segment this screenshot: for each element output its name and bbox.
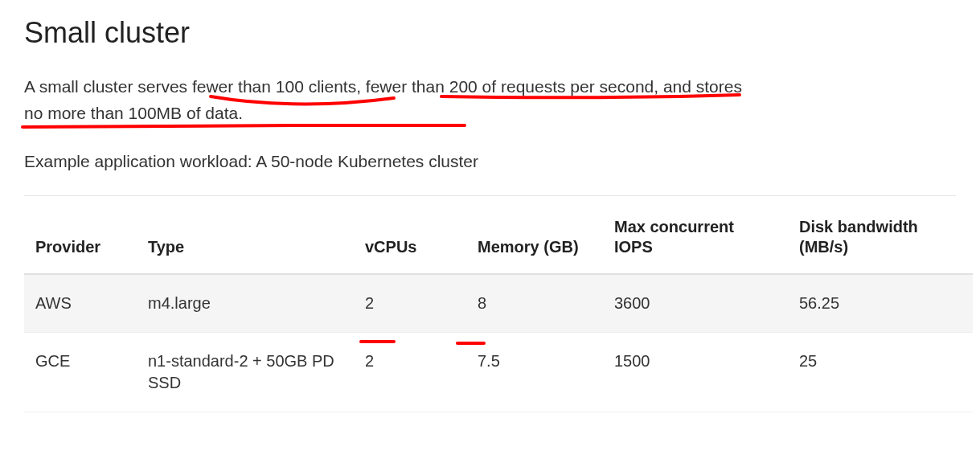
cell-memory: 7.5 bbox=[466, 332, 603, 412]
col-header-bandwidth: Disk bandwidth (MB/s) bbox=[788, 196, 973, 274]
table-header-row: Provider Type vCPUs Memory (GB) Max conc… bbox=[24, 196, 973, 274]
col-header-iops: Max concurrent IOPS bbox=[603, 196, 788, 274]
cell-iops: 3600 bbox=[603, 274, 788, 333]
cell-vcpus: 2 bbox=[354, 274, 466, 333]
col-header-vcpus: vCPUs bbox=[354, 196, 466, 274]
col-header-provider: Provider bbox=[24, 196, 137, 274]
cell-bandwidth: 56.25 bbox=[788, 274, 973, 333]
col-header-memory: Memory (GB) bbox=[466, 196, 603, 274]
example-workload: Example application workload: A 50-node … bbox=[24, 149, 956, 174]
cell-type: m4.large bbox=[137, 274, 354, 333]
table-row: AWS m4.large 2 8 3600 56.25 bbox=[24, 274, 973, 333]
col-header-type: Type bbox=[137, 196, 354, 274]
cell-memory: 8 bbox=[466, 274, 603, 333]
cell-provider: AWS bbox=[24, 274, 137, 333]
cell-provider: GCE bbox=[24, 332, 137, 412]
document-page: Small cluster A small cluster serves few… bbox=[0, 0, 980, 436]
hardware-spec-table: Provider Type vCPUs Memory (GB) Max conc… bbox=[24, 196, 973, 412]
section-description: A small cluster serves fewer than 100 cl… bbox=[24, 74, 764, 126]
cell-iops: 1500 bbox=[603, 332, 788, 412]
cell-bandwidth: 25 bbox=[788, 332, 973, 412]
section-heading: Small cluster bbox=[24, 16, 956, 50]
cell-vcpus: 2 bbox=[354, 332, 466, 412]
cell-type: n1-standard-2 + 50GB PD SSD bbox=[137, 332, 354, 412]
table-row: GCE n1-standard-2 + 50GB PD SSD 2 7.5 15… bbox=[24, 332, 973, 412]
